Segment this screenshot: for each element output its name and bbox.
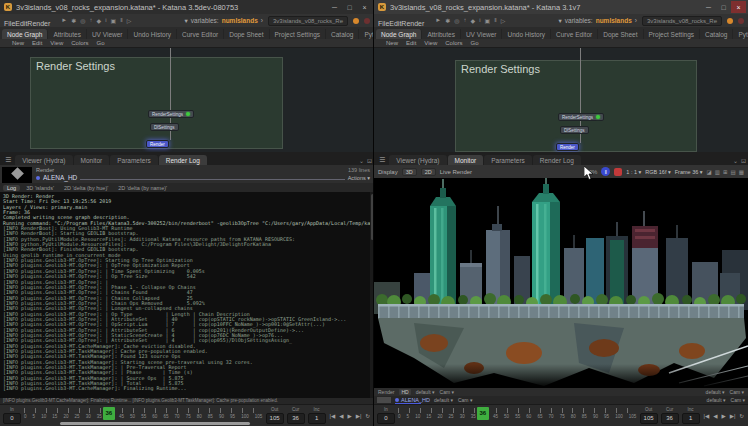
view-2d-button[interactable]: 2D bbox=[421, 168, 436, 176]
catalog-thumbnail[interactable] bbox=[377, 397, 391, 403]
flag-icon[interactable]: ◆ bbox=[471, 17, 476, 24]
log-filter-tab[interactable]: 2D 'delta (by name)' bbox=[114, 185, 171, 191]
gear-icon[interactable]: ✱ bbox=[445, 17, 450, 24]
menu-item[interactable]: Edit bbox=[389, 20, 401, 27]
node-dlsettings[interactable]: DlSettings bbox=[150, 123, 179, 131]
pause-toggle-icon[interactable]: ‖ bbox=[494, 17, 496, 24]
float-pane-icon[interactable]: ⊡ bbox=[367, 157, 372, 164]
current-frame-marker[interactable]: 36 bbox=[103, 407, 115, 420]
pane-tab[interactable]: Monitor bbox=[448, 155, 484, 165]
maximize-button[interactable]: □ bbox=[716, 1, 731, 13]
render-icon[interactable]: ▣ bbox=[485, 17, 491, 24]
float-pane-icon[interactable]: ⊡ bbox=[741, 157, 746, 164]
nodegraph-menu-item[interactable]: Edit bbox=[32, 40, 42, 46]
live-render-label[interactable]: Live Render bbox=[440, 169, 472, 175]
titlebar[interactable]: K 3v3islands_v08_rocks_expansion.katana*… bbox=[374, 0, 748, 14]
view-3d-button[interactable]: 3D bbox=[402, 168, 417, 176]
collapse-pane-icon[interactable]: ⌄ bbox=[359, 157, 364, 164]
timeline-out-field[interactable]: 105 bbox=[266, 413, 284, 424]
nodegraph-menu-item[interactable]: Edit bbox=[406, 40, 416, 46]
pointer-icon[interactable]: ► bbox=[435, 17, 441, 24]
close-button[interactable]: × bbox=[731, 1, 746, 13]
panel-tab[interactable]: Dope Sheet bbox=[598, 29, 643, 39]
view-flag-icon[interactable] bbox=[186, 112, 190, 116]
nodegraph-canvas[interactable]: Render Settings RenderSettings DlSetting… bbox=[374, 48, 748, 152]
menu-item[interactable]: File bbox=[378, 20, 389, 27]
pixel-probe-icon[interactable]: ▥ bbox=[715, 169, 720, 175]
catalog-dropdown[interactable]: default ▾ bbox=[707, 397, 726, 403]
menu-item[interactable]: File bbox=[4, 20, 15, 27]
pane-tab[interactable]: Render Log bbox=[159, 155, 207, 165]
nodegraph-menu-item[interactable]: New bbox=[12, 40, 24, 46]
pane-tab[interactable]: Render Log bbox=[533, 155, 581, 165]
transport-button[interactable]: |◀ bbox=[703, 413, 711, 419]
timeline-current-field[interactable]: 36 bbox=[661, 413, 679, 424]
minimize-button[interactable]: ─ bbox=[327, 1, 342, 13]
step-icon[interactable]: ▷ bbox=[127, 17, 132, 24]
maximize-button[interactable]: □ bbox=[342, 1, 357, 13]
node-rendersettings[interactable]: RenderSettings bbox=[558, 113, 604, 121]
render-icon[interactable]: ▣ bbox=[111, 17, 117, 24]
variables-value[interactable]: numIslands bbox=[222, 17, 258, 24]
panel-tab[interactable]: UV Viewer bbox=[87, 29, 129, 39]
panel-tab[interactable]: Project Settings bbox=[270, 29, 327, 39]
panel-tab[interactable]: Curve Editor bbox=[177, 29, 224, 39]
panel-tab[interactable]: Node Graph bbox=[376, 29, 422, 39]
transport-button[interactable]: ▶| bbox=[729, 413, 737, 419]
panel-tab[interactable]: Dope Sheet bbox=[224, 29, 269, 39]
nodegraph-menu-item[interactable]: Go bbox=[97, 40, 105, 46]
horizontal-scrollbar[interactable] bbox=[60, 422, 250, 425]
transport-button[interactable]: ↻ bbox=[364, 413, 371, 419]
panel-tab[interactable]: Undo History bbox=[128, 29, 177, 39]
menu-item[interactable]: Render bbox=[27, 20, 50, 27]
pane-tab[interactable]: Viewer (Hydra) bbox=[389, 155, 446, 165]
minimize-button[interactable]: ─ bbox=[701, 1, 716, 13]
panel-tab[interactable]: Attributes bbox=[48, 29, 86, 39]
chevron-down-icon[interactable]: ▾ bbox=[185, 17, 188, 25]
titlebar[interactable]: K 3v3islands_v08_rocks_expansion.katana*… bbox=[0, 0, 374, 14]
panel-tab[interactable]: Curve Editor bbox=[551, 29, 598, 39]
pane-menu-icon[interactable]: ☰ bbox=[2, 156, 14, 165]
frame-selector[interactable]: Frame 36 ▾ bbox=[675, 169, 703, 175]
pane-tab[interactable]: Monitor bbox=[74, 155, 110, 165]
pane-menu-icon[interactable]: ☰ bbox=[376, 156, 388, 165]
log-filter-tab[interactable]: 2D 'delta (by hue)' bbox=[60, 185, 112, 191]
chevron-right-icon[interactable]: › bbox=[261, 17, 263, 24]
camera-dropdown[interactable]: Cam ▾ bbox=[440, 389, 454, 395]
expand-icon[interactable]: ⊞ bbox=[723, 169, 728, 175]
transport-button[interactable]: ◀ bbox=[338, 413, 344, 419]
transport-button[interactable]: ↻ bbox=[738, 413, 745, 419]
channel-depth[interactable]: RGB 16f ▾ bbox=[645, 169, 670, 175]
gear-icon[interactable]: ✱ bbox=[71, 17, 76, 24]
panel-tab[interactable]: Python bbox=[733, 29, 748, 39]
render-thumbnail[interactable] bbox=[2, 167, 32, 183]
pane-tab[interactable]: Parameters bbox=[484, 155, 532, 165]
log-filter-tab[interactable]: 3D 'islands' bbox=[22, 185, 58, 191]
nodegraph-menu-item[interactable]: View bbox=[50, 40, 63, 46]
nodegraph-menu-item[interactable]: Go bbox=[471, 40, 479, 46]
scene-name-field[interactable]: 3v3islands_v08_rocks_Re bbox=[268, 16, 348, 26]
nodegraph-menu-item[interactable]: Colors bbox=[71, 40, 88, 46]
transport-button[interactable]: |◀ bbox=[329, 413, 337, 419]
panel-tab[interactable]: Undo History bbox=[502, 29, 551, 39]
chevron-down-icon[interactable]: ▾ bbox=[559, 17, 562, 25]
zoom-level[interactable]: 1 : 1 ▾ bbox=[626, 169, 641, 175]
nodegraph-menu-item[interactable]: Colors bbox=[445, 40, 462, 46]
node-render[interactable]: Render bbox=[556, 143, 579, 151]
menu-item[interactable]: Render bbox=[401, 20, 424, 27]
menu-item[interactable]: Edit bbox=[15, 20, 27, 27]
view-flag-icon[interactable] bbox=[596, 115, 600, 119]
monitor-viewport[interactable] bbox=[374, 178, 748, 388]
variables-value[interactable]: numIslands bbox=[596, 17, 632, 24]
catalog-dropdown[interactable]: default ▾ bbox=[434, 397, 453, 403]
transport-button[interactable]: ◀ bbox=[712, 413, 718, 419]
nodegraph-menu-item[interactable]: New bbox=[386, 40, 398, 46]
pointer-icon[interactable]: ► bbox=[61, 17, 67, 24]
pause-toggle-icon[interactable]: ‖ bbox=[120, 17, 122, 24]
panel-tab[interactable]: Node Graph bbox=[2, 29, 48, 39]
aov-dropdown[interactable]: default ▾ bbox=[416, 389, 435, 395]
camera-dropdown-right[interactable]: Cam ▾ bbox=[730, 389, 744, 395]
catalog-dropdown[interactable]: Cam ▾ bbox=[731, 397, 745, 403]
flag-icon[interactable]: ◆ bbox=[97, 17, 102, 24]
node-rendersettings[interactable]: RenderSettings bbox=[148, 110, 194, 118]
